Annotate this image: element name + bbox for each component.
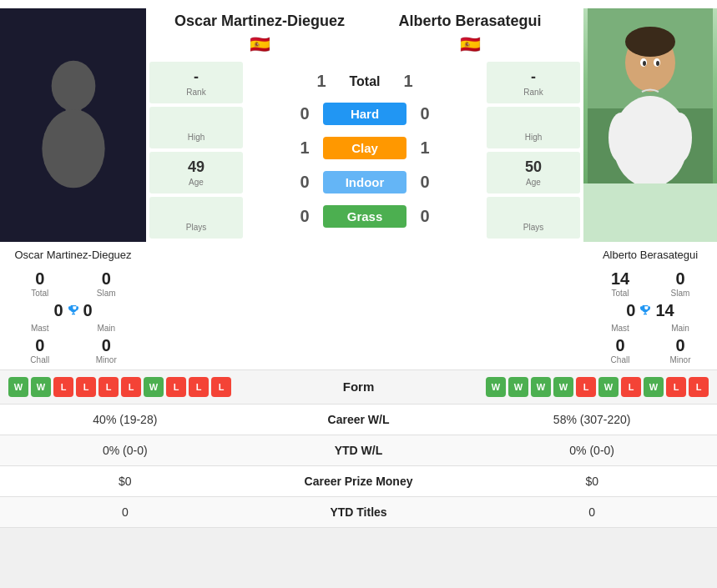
right-stat-row-3: 0 Chall 0 Minor [590, 334, 710, 366]
right-minor-cell: 0 Minor [650, 334, 710, 366]
left-stat-row-1: 0 Total 0 Slam [7, 268, 139, 299]
right-rank-card: - Rank [487, 62, 580, 103]
right-form-badge-8: L [666, 377, 686, 397]
right-form-badges: WWWWLWLWLL [475, 377, 709, 397]
left-mast-main-lbl: Mast Main [7, 322, 139, 334]
left-form-badge-3: L [76, 377, 96, 397]
left-form-badge-6: W [144, 377, 164, 397]
total-left-score: 1 [311, 72, 331, 91]
right-player-name-under: Alberto Berasategui [590, 245, 710, 268]
right-form-badge-3: W [553, 377, 573, 397]
left-high-val [153, 113, 240, 131]
hard-right-score: 0 [415, 104, 435, 123]
left-high-card: High [149, 107, 243, 148]
grass-left-score: 0 [295, 207, 315, 226]
left-form-badges: WWLLLLWLLL [8, 377, 242, 397]
hard-row: 0 Hard 0 [246, 99, 483, 128]
stats-label-2: Career Prize Money [242, 475, 476, 488]
left-minor-cell: 0 Minor [73, 334, 140, 366]
right-plays-card: Plays [487, 197, 580, 239]
left-stat-row-2: 0 0 [7, 299, 139, 322]
left-slam-num: 0 [73, 269, 140, 289]
indoor-left-score: 0 [295, 173, 315, 192]
left-main-num: 0 [83, 301, 93, 320]
svg-point-10 [643, 61, 646, 66]
hard-badge: Hard [323, 103, 406, 125]
right-main-lbl: Main [671, 324, 689, 333]
stats-row-2: $0 Career Prize Money $0 [0, 466, 717, 497]
center-content: Oscar Martinez-Dieguez 🇪🇸 Alberto Berasa… [146, 8, 583, 242]
left-plays-val [153, 204, 240, 221]
svg-point-7 [625, 27, 675, 57]
svg-point-0 [51, 61, 95, 111]
right-stat-row-2: 0 14 [590, 299, 710, 322]
indoor-right-score: 0 [415, 173, 435, 192]
right-total-lbl: Total [590, 289, 650, 298]
left-stat-row-3: 0 Chall 0 Minor [7, 334, 139, 366]
name-stats-row: Oscar Martinez-Dieguez 0 Total 0 Slam 0 [0, 242, 717, 369]
right-form-badge-5: W [598, 377, 619, 397]
right-form-badge-9: L [689, 377, 709, 397]
form-row: WWLLLLWLLL Form WWWWLWLWLL [0, 370, 717, 405]
left-age-card: 49 Age [149, 152, 243, 193]
left-form-badge-9: L [211, 377, 231, 397]
right-form-badge-4: L [576, 377, 596, 397]
left-player-name: Oscar Martinez-Dieguez [154, 13, 365, 31]
form-label: Form [242, 379, 476, 394]
total-label: Total [340, 74, 390, 89]
right-main-num: 14 [655, 301, 674, 320]
left-form-badge-7: L [166, 377, 186, 397]
stats-left-2: $0 [8, 475, 242, 488]
right-total-cell: 14 Total [590, 268, 650, 299]
grass-right-score: 0 [415, 207, 435, 226]
right-age-card: 50 Age [487, 152, 580, 193]
right-total-num: 14 [590, 269, 650, 289]
stats-label-1: YTD W/L [242, 444, 476, 457]
total-row: 1 Total 1 [246, 68, 483, 94]
players-name-row: Oscar Martinez-Dieguez 🇪🇸 Alberto Berasa… [146, 8, 583, 58]
left-player-name-block: Oscar Martinez-Dieguez 🇪🇸 [154, 13, 365, 54]
center-surface-col: 1 Total 1 0 Hard 0 1 Clay 1 [246, 58, 483, 242]
stats-row-1: 0% (0-0) YTD W/L 0% (0-0) [0, 435, 717, 466]
left-player-photo [0, 8, 146, 242]
left-rank-card: - Rank [149, 62, 243, 103]
indoor-badge: Indoor [323, 171, 406, 193]
stats-label-0: Career W/L [242, 413, 476, 426]
right-plays-val [490, 204, 577, 221]
right-chall-cell: 0 Chall [590, 334, 650, 366]
left-chall-cell: 0 Chall [7, 334, 73, 366]
clay-right-score: 1 [415, 138, 435, 158]
right-mast-main-lbl: Mast Main [590, 322, 710, 334]
stats-right-1: 0% (0-0) [475, 444, 709, 457]
right-stat-row-1: 14 Total 0 Slam [590, 268, 710, 299]
left-form-badge-4: L [98, 377, 119, 397]
left-plays-lbl: Plays [153, 223, 240, 232]
left-total-cell: 0 Total [7, 268, 73, 299]
right-slam-cell: 0 Slam [650, 268, 710, 299]
left-slam-cell: 0 Slam [73, 268, 140, 299]
right-high-card: High [487, 107, 580, 148]
center-col-inner: - Rank High 49 Age Plays [146, 58, 583, 242]
right-form-badge-7: W [644, 377, 664, 397]
right-minor-num: 0 [650, 336, 710, 355]
right-form-badge-1: W [508, 377, 528, 397]
right-player-photo [583, 8, 717, 242]
left-mast-lbl: Mast [31, 324, 49, 333]
right-high-lbl: High [490, 133, 577, 142]
right-player-flag: 🇪🇸 [460, 34, 481, 54]
right-player-stats-col: Alberto Berasategui 14 Total 0 Slam 0 1 [583, 242, 717, 369]
indoor-row: 0 Indoor 0 [246, 168, 483, 197]
clay-row: 1 Clay 1 [246, 133, 483, 163]
left-total-lbl: Total [7, 289, 73, 298]
stats-right-0: 58% (307-220) [475, 413, 709, 426]
stats-row-0: 40% (19-28) Career W/L 58% (307-220) [0, 405, 717, 435]
right-form-badge-2: W [531, 377, 551, 397]
bottom-stats-container: 40% (19-28) Career W/L 58% (307-220) 0% … [0, 405, 717, 528]
stats-left-1: 0% (0-0) [8, 444, 242, 457]
left-card-col: - Rank High 49 Age Plays [146, 58, 246, 242]
right-trophy-icon [639, 304, 652, 317]
svg-point-13 [667, 113, 692, 163]
clay-badge: Clay [323, 137, 406, 159]
left-mast-cell: 0 0 [7, 299, 139, 322]
main-container: Oscar Martinez-Dieguez 🇪🇸 Alberto Berasa… [0, 0, 717, 528]
